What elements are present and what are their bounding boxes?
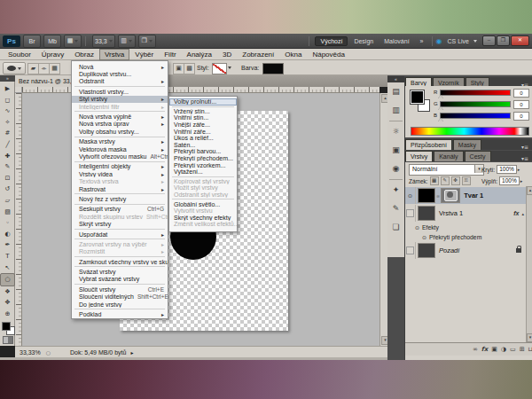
- menu-item-nov-vrstva-prav[interactable]: Nová vrstva úprav▸: [72, 121, 168, 128]
- menu-item-slou-it-vrstvy[interactable]: Sloučit vrstvyCtrl+E: [72, 286, 168, 293]
- menu-item-rastrovat[interactable]: Rastrovat▸: [72, 185, 168, 192]
- quick-mask-button[interactable]: [3, 336, 13, 344]
- red-value[interactable]: 0: [513, 89, 529, 98]
- menu-item-nov-vrstva-v-pln[interactable]: Nová vrstva výplně▸: [72, 113, 168, 120]
- workspace-tab-malovani[interactable]: Malování: [379, 37, 413, 45]
- blend-mode-select[interactable]: Normální ▾: [409, 164, 484, 176]
- subtract-shapes-button[interactable]: ▩: [184, 63, 195, 74]
- menu-item-p-ekryt-barvou[interactable]: Překrytí barvou...: [169, 148, 237, 155]
- tool-preset-picker[interactable]: [3, 62, 26, 74]
- gradient-tool[interactable]: ▨: [1, 207, 14, 218]
- layer-thumbnail[interactable]: [418, 188, 435, 203]
- panel-menu-icon[interactable]: ▾≡: [521, 144, 532, 150]
- history-brush-tool[interactable]: ↺: [1, 184, 14, 195]
- menu-item-vlastnosti-vrstvy[interactable]: Vlastnosti vrstvy...: [72, 88, 168, 95]
- bridge-button[interactable]: Br: [23, 35, 41, 48]
- lock-all-icon[interactable]: ⚿: [462, 176, 471, 185]
- fx-badge[interactable]: fx: [513, 210, 519, 216]
- menu-item-vybrat-sv-zan-vrstvy[interactable]: Vybrat svázané vrstvy: [72, 276, 168, 283]
- menu-item-p-ekryt-vzorkem[interactable]: Překrytí vzorkem...: [169, 161, 237, 168]
- workspace-tab-vychozi[interactable]: Výchozí: [315, 36, 348, 46]
- dodge-tool[interactable]: ◐: [1, 229, 14, 240]
- arrange-documents-button[interactable]: ▥: [118, 35, 136, 48]
- menubar-item-3d[interactable]: 3D: [217, 49, 237, 60]
- menu-item-vnit-n-z-e[interactable]: Vnitřní záře...: [169, 128, 237, 135]
- lock-transparency-icon[interactable]: ▦: [430, 176, 439, 185]
- menu-item-vr-en-st-n[interactable]: Vržený stín...: [169, 108, 237, 115]
- status-expand-icon[interactable]: ▸: [130, 349, 133, 356]
- toolbox-collapse-button[interactable]: »: [0, 75, 15, 82]
- mini-bridge-button[interactable]: Mb: [43, 35, 61, 48]
- view-extras-button[interactable]: ▦: [64, 35, 82, 48]
- menu-item-vrstvy-videa[interactable]: Vrstvy videa▸: [72, 170, 168, 177]
- image-panel-icon[interactable]: ▣: [387, 141, 404, 160]
- info-panel-icon[interactable]: ◉: [387, 160, 404, 178]
- tab-prizpusobeni[interactable]: Přizpůsobení: [405, 139, 452, 150]
- menu-item-zamknout-v-echny-vrstvy-ve-skupin[interactable]: Zamknout všechny vrstvy ve skupině...: [72, 258, 168, 265]
- menubar-item-n-pov-da[interactable]: Nápověda: [307, 49, 349, 60]
- visibility-toggle[interactable]: [405, 205, 416, 222]
- menu-item-seskupit-vrstvy[interactable]: Seskupit vrstvyCtrl+G: [72, 206, 168, 213]
- menu-item-skr-t-vrstvy[interactable]: Skrýt vrstvy: [72, 220, 168, 227]
- menu-item-volby-obsahu-vrstvy[interactable]: Volby obsahu vrstvy...: [72, 128, 168, 135]
- color-spectrum-ramp[interactable]: [411, 127, 529, 136]
- adjust-light-panel-icon[interactable]: ☼: [387, 122, 404, 141]
- marquee-tool[interactable]: ◻: [1, 95, 14, 106]
- visibility-toggle[interactable]: ⊙: [405, 187, 416, 204]
- hand-tool[interactable]: ✥: [1, 297, 14, 309]
- tab-kanaly[interactable]: Kanály: [434, 151, 463, 161]
- layer-name[interactable]: Tvar 1: [464, 192, 483, 200]
- menu-item-volby-prolnut[interactable]: Volby prolnutí...: [169, 98, 237, 106]
- blue-slider[interactable]: [440, 113, 511, 119]
- clone-stamp-tool[interactable]: ⊡: [1, 173, 14, 184]
- layer-name[interactable]: Vrstva 1: [439, 209, 463, 217]
- menubar-item-okna[interactable]: Okna: [279, 49, 307, 60]
- workspace-tab-design[interactable]: Design: [349, 37, 378, 45]
- adjustment-layer-icon[interactable]: ◑: [501, 346, 506, 353]
- cs-live-button[interactable]: CS Live: [442, 37, 473, 45]
- 3d-rotate-tool[interactable]: ❖: [1, 286, 14, 298]
- brush-panel-icon[interactable]: ✎: [387, 200, 404, 218]
- eyedropper-tool[interactable]: ╱: [1, 139, 14, 151]
- tab-vrstvy[interactable]: Vrstvy: [405, 151, 433, 161]
- layer-name[interactable]: Pozadí: [439, 246, 459, 254]
- navigator-panel-icon[interactable]: ▤: [387, 82, 404, 101]
- opacity-spinner-icon[interactable]: ▸: [518, 167, 520, 172]
- foreground-color-swatch[interactable]: [2, 322, 11, 331]
- collapse-effects-icon[interactable]: ▴: [521, 211, 524, 216]
- layer-style-icon[interactable]: fx: [481, 346, 489, 353]
- menu-item-vektorov-maska[interactable]: Vektorová maska▸: [72, 145, 168, 153]
- menu-item-skr-t-v-echny-efekty[interactable]: Skrýt všechny efekty: [169, 215, 237, 222]
- layer-thumbnail[interactable]: [418, 243, 435, 258]
- green-slider[interactable]: [440, 101, 511, 107]
- menu-item-kos-a-reli-f[interactable]: Úkos a reliéf...: [169, 135, 237, 142]
- menubar-item-anal-za[interactable]: Analýza: [182, 49, 217, 60]
- fill-value[interactable]: 100%: [499, 176, 520, 185]
- delete-layer-icon[interactable]: ⊔: [528, 346, 532, 353]
- gradient-overlay-label[interactable]: Překrytí přechodem: [429, 234, 481, 240]
- gradient-overlay-row[interactable]: ⊙ Překrytí přechodem: [405, 232, 527, 242]
- menubar-item-soubor[interactable]: Soubor: [3, 49, 36, 60]
- menu-item-glob-ln-sv-tlo[interactable]: Globální světlo...: [169, 200, 237, 207]
- menu-item-maska-vrstvy[interactable]: Maska vrstvy▸: [72, 138, 168, 145]
- menu-item-nov-ez-z-vrstvy[interactable]: Nový řez z vrstvy: [72, 195, 168, 202]
- add-mask-icon[interactable]: ▣: [491, 346, 497, 353]
- path-selection-tool[interactable]: ↖: [1, 262, 14, 274]
- brush-tool[interactable]: ✎: [1, 161, 14, 173]
- quick-selection-tool[interactable]: ✧: [1, 117, 14, 129]
- move-tool[interactable]: ▶: [1, 83, 14, 95]
- panel-menu-icon[interactable]: ▾≡: [521, 155, 532, 161]
- menubar-item-filtr[interactable]: Filtr: [159, 49, 181, 60]
- red-slider-handle[interactable]: [438, 95, 443, 98]
- tab-cesty[interactable]: Cesty: [465, 151, 491, 161]
- blur-tool[interactable]: ◦: [1, 217, 14, 229]
- lasso-tool[interactable]: ∿: [1, 106, 14, 117]
- layers-scrollbar[interactable]: ▴ ▾: [526, 186, 532, 342]
- menu-item-nov[interactable]: Nová▸: [72, 63, 168, 70]
- menu-item-sv-zat-vrstvy[interactable]: Svázat vrstvy: [72, 268, 168, 275]
- scroll-up-icon[interactable]: ▴: [527, 186, 532, 195]
- layer-thumbnail[interactable]: [418, 206, 435, 221]
- visibility-toggle[interactable]: ⊙: [419, 232, 429, 242]
- restore-button[interactable]: ❐: [497, 35, 510, 46]
- eraser-tool[interactable]: ▱: [1, 195, 14, 207]
